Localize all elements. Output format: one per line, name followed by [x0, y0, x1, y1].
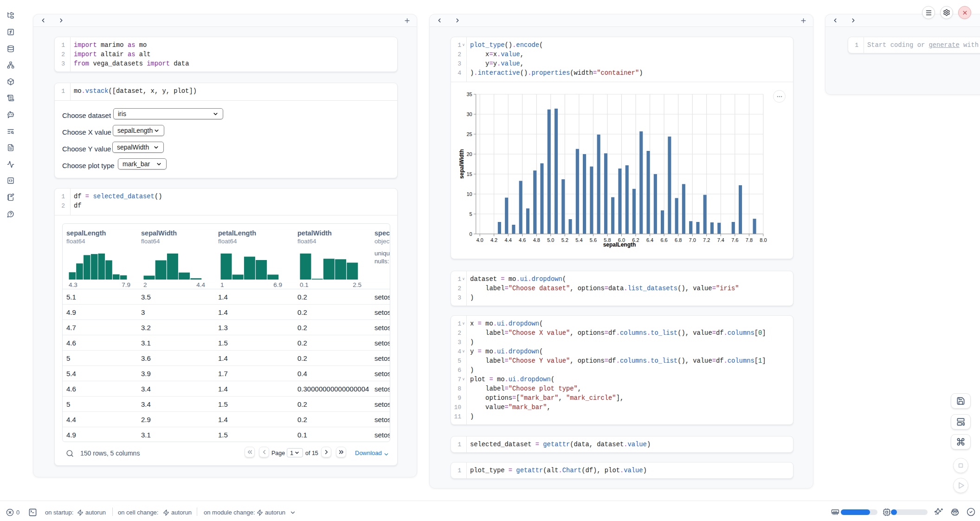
svg-text:5.2: 5.2	[561, 237, 568, 243]
svg-text:4.2: 4.2	[490, 237, 497, 243]
svg-text:5.0: 5.0	[547, 237, 554, 243]
svg-text:15: 15	[466, 171, 472, 177]
svg-text:7.4: 7.4	[717, 237, 724, 243]
svg-text:5: 5	[470, 211, 472, 217]
svg-text:4.0: 4.0	[476, 237, 483, 243]
svg-text:0: 0	[470, 231, 472, 237]
svg-text:sepalWidth: sepalWidth	[458, 149, 465, 179]
svg-text:7.2: 7.2	[703, 237, 710, 243]
svg-text:6.8: 6.8	[675, 237, 682, 243]
svg-text:sepalLength: sepalLength	[603, 241, 636, 248]
svg-text:7.6: 7.6	[731, 237, 738, 243]
svg-text:5.4: 5.4	[575, 237, 582, 243]
svg-text:4.8: 4.8	[533, 237, 540, 243]
svg-text:7.0: 7.0	[689, 237, 696, 243]
svg-text:4.6: 4.6	[519, 237, 526, 243]
svg-text:7.8: 7.8	[746, 237, 753, 243]
svg-text:6.6: 6.6	[660, 237, 667, 243]
svg-text:10: 10	[466, 191, 472, 197]
svg-text:30: 30	[466, 111, 472, 117]
svg-text:35: 35	[466, 91, 472, 97]
svg-text:20: 20	[466, 151, 472, 157]
svg-text:5.6: 5.6	[590, 237, 597, 243]
svg-text:25: 25	[466, 131, 472, 137]
svg-text:8.0: 8.0	[760, 237, 767, 243]
svg-text:4.4: 4.4	[505, 237, 512, 243]
svg-text:6.4: 6.4	[646, 237, 653, 243]
